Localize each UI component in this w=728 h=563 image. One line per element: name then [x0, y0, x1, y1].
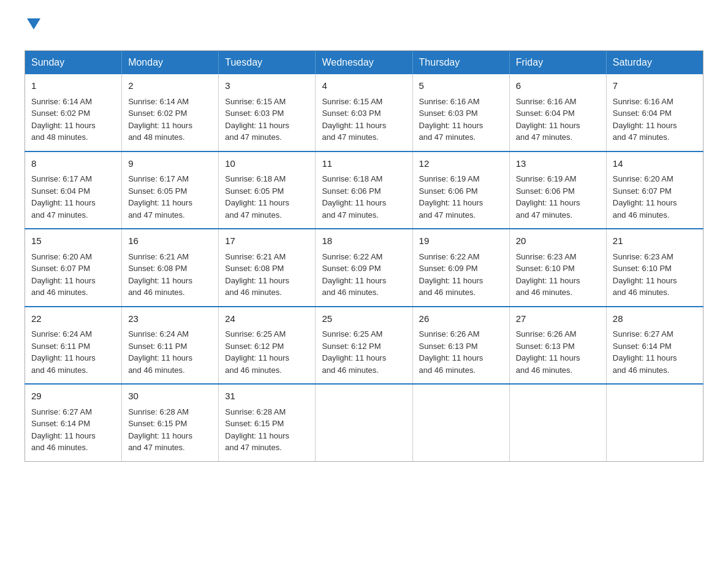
calendar-cell: 19 Sunrise: 6:22 AMSunset: 6:09 PMDaylig… — [412, 229, 509, 307]
calendar-cell: 16 Sunrise: 6:21 AMSunset: 6:08 PMDaylig… — [122, 229, 219, 307]
calendar-cell: 12 Sunrise: 6:19 AMSunset: 6:06 PMDaylig… — [412, 151, 509, 229]
day-info: Sunrise: 6:18 AMSunset: 6:06 PMDaylight:… — [322, 173, 406, 221]
day-number: 2 — [128, 79, 212, 93]
calendar-cell: 2 Sunrise: 6:14 AMSunset: 6:02 PMDayligh… — [122, 74, 219, 151]
day-number: 9 — [128, 157, 212, 171]
day-info: Sunrise: 6:20 AMSunset: 6:07 PMDaylight:… — [31, 251, 115, 299]
calendar-week-row-1: 1 Sunrise: 6:14 AMSunset: 6:02 PMDayligh… — [25, 74, 703, 151]
calendar-cell: 7 Sunrise: 6:16 AMSunset: 6:04 PMDayligh… — [606, 74, 703, 151]
day-info: Sunrise: 6:21 AMSunset: 6:08 PMDaylight:… — [128, 251, 212, 299]
day-number: 31 — [225, 389, 309, 404]
day-info: Sunrise: 6:18 AMSunset: 6:05 PMDaylight:… — [225, 173, 309, 221]
calendar-cell: 5 Sunrise: 6:16 AMSunset: 6:03 PMDayligh… — [412, 74, 509, 151]
calendar-cell: 14 Sunrise: 6:20 AMSunset: 6:07 PMDaylig… — [606, 151, 703, 229]
calendar-cell: 6 Sunrise: 6:16 AMSunset: 6:04 PMDayligh… — [509, 74, 606, 151]
day-info: Sunrise: 6:15 AMSunset: 6:03 PMDaylight:… — [225, 96, 309, 144]
calendar-cell: 3 Sunrise: 6:15 AMSunset: 6:03 PMDayligh… — [219, 74, 316, 151]
calendar-cell: 29 Sunrise: 6:27 AMSunset: 6:14 PMDaylig… — [25, 384, 122, 461]
day-number: 20 — [516, 234, 600, 248]
day-number: 7 — [613, 79, 697, 93]
calendar-cell: 18 Sunrise: 6:22 AMSunset: 6:09 PMDaylig… — [316, 229, 412, 307]
calendar-week-row-3: 15 Sunrise: 6:20 AMSunset: 6:07 PMDaylig… — [25, 229, 703, 307]
calendar-cell: 4 Sunrise: 6:15 AMSunset: 6:03 PMDayligh… — [316, 74, 412, 151]
calendar-cell: 1 Sunrise: 6:14 AMSunset: 6:02 PMDayligh… — [25, 74, 122, 151]
weekday-header-thursday: Thursday — [412, 51, 509, 75]
weekday-header-sunday: Sunday — [25, 51, 122, 75]
day-info: Sunrise: 6:15 AMSunset: 6:03 PMDaylight:… — [322, 96, 406, 144]
page-header — [25, 18, 703, 38]
calendar-cell: 8 Sunrise: 6:17 AMSunset: 6:04 PMDayligh… — [25, 151, 122, 229]
day-info: Sunrise: 6:27 AMSunset: 6:14 PMDaylight:… — [31, 406, 115, 454]
day-number: 16 — [128, 234, 212, 248]
day-info: Sunrise: 6:16 AMSunset: 6:04 PMDaylight:… — [516, 96, 600, 144]
day-number: 29 — [31, 389, 115, 404]
day-number: 30 — [128, 389, 212, 404]
calendar-cell: 24 Sunrise: 6:25 AMSunset: 6:12 PMDaylig… — [219, 307, 316, 385]
calendar-cell: 20 Sunrise: 6:23 AMSunset: 6:10 PMDaylig… — [509, 229, 606, 307]
calendar-table: SundayMondayTuesdayWednesdayThursdayFrid… — [25, 50, 703, 462]
day-number: 14 — [613, 157, 697, 171]
day-info: Sunrise: 6:22 AMSunset: 6:09 PMDaylight:… — [322, 251, 406, 299]
day-number: 28 — [613, 312, 697, 326]
calendar-cell: 22 Sunrise: 6:24 AMSunset: 6:11 PMDaylig… — [25, 307, 122, 385]
day-info: Sunrise: 6:19 AMSunset: 6:06 PMDaylight:… — [419, 173, 503, 221]
day-info: Sunrise: 6:14 AMSunset: 6:02 PMDaylight:… — [31, 96, 115, 144]
calendar-cell: 10 Sunrise: 6:18 AMSunset: 6:05 PMDaylig… — [219, 151, 316, 229]
day-info: Sunrise: 6:26 AMSunset: 6:13 PMDaylight:… — [516, 328, 600, 376]
day-info: Sunrise: 6:16 AMSunset: 6:03 PMDaylight:… — [419, 96, 503, 144]
calendar-cell: 11 Sunrise: 6:18 AMSunset: 6:06 PMDaylig… — [316, 151, 412, 229]
calendar-cell: 26 Sunrise: 6:26 AMSunset: 6:13 PMDaylig… — [412, 307, 509, 385]
weekday-header-monday: Monday — [122, 51, 219, 75]
weekday-header-row: SundayMondayTuesdayWednesdayThursdayFrid… — [25, 51, 703, 75]
day-number: 13 — [516, 157, 600, 171]
day-number: 26 — [419, 312, 503, 326]
calendar-cell — [509, 384, 606, 461]
day-info: Sunrise: 6:23 AMSunset: 6:10 PMDaylight:… — [516, 251, 600, 299]
calendar-cell: 28 Sunrise: 6:27 AMSunset: 6:14 PMDaylig… — [606, 307, 703, 385]
day-number: 17 — [225, 234, 309, 248]
calendar-cell — [412, 384, 509, 461]
calendar-cell: 27 Sunrise: 6:26 AMSunset: 6:13 PMDaylig… — [509, 307, 606, 385]
day-number: 27 — [516, 312, 600, 326]
day-number: 19 — [419, 234, 503, 248]
calendar-cell — [316, 384, 412, 461]
day-info: Sunrise: 6:22 AMSunset: 6:09 PMDaylight:… — [419, 251, 503, 299]
day-number: 10 — [225, 157, 309, 171]
day-info: Sunrise: 6:21 AMSunset: 6:08 PMDaylight:… — [225, 251, 309, 299]
calendar-week-row-4: 22 Sunrise: 6:24 AMSunset: 6:11 PMDaylig… — [25, 307, 703, 385]
day-info: Sunrise: 6:14 AMSunset: 6:02 PMDaylight:… — [128, 96, 212, 144]
day-info: Sunrise: 6:25 AMSunset: 6:12 PMDaylight:… — [322, 328, 406, 376]
day-info: Sunrise: 6:17 AMSunset: 6:04 PMDaylight:… — [31, 173, 115, 221]
calendar-cell: 9 Sunrise: 6:17 AMSunset: 6:05 PMDayligh… — [122, 151, 219, 229]
day-info: Sunrise: 6:24 AMSunset: 6:11 PMDaylight:… — [31, 328, 115, 376]
calendar-week-row-2: 8 Sunrise: 6:17 AMSunset: 6:04 PMDayligh… — [25, 151, 703, 229]
day-info: Sunrise: 6:25 AMSunset: 6:12 PMDaylight:… — [225, 328, 309, 376]
day-number: 4 — [322, 79, 406, 93]
day-number: 18 — [322, 234, 406, 248]
day-info: Sunrise: 6:17 AMSunset: 6:05 PMDaylight:… — [128, 173, 212, 221]
day-number: 22 — [31, 312, 115, 326]
day-info: Sunrise: 6:20 AMSunset: 6:07 PMDaylight:… — [613, 173, 697, 221]
svg-marker-0 — [27, 18, 40, 29]
day-info: Sunrise: 6:28 AMSunset: 6:15 PMDaylight:… — [128, 406, 212, 454]
day-info: Sunrise: 6:16 AMSunset: 6:04 PMDaylight:… — [613, 96, 697, 144]
calendar-cell: 30 Sunrise: 6:28 AMSunset: 6:15 PMDaylig… — [122, 384, 219, 461]
calendar-cell: 15 Sunrise: 6:20 AMSunset: 6:07 PMDaylig… — [25, 229, 122, 307]
logo — [25, 18, 40, 38]
weekday-header-friday: Friday — [509, 51, 606, 75]
day-info: Sunrise: 6:24 AMSunset: 6:11 PMDaylight:… — [128, 328, 212, 376]
calendar-cell: 31 Sunrise: 6:28 AMSunset: 6:15 PMDaylig… — [219, 384, 316, 461]
weekday-header-wednesday: Wednesday — [316, 51, 412, 75]
day-number: 24 — [225, 312, 309, 326]
weekday-header-tuesday: Tuesday — [219, 51, 316, 75]
calendar-week-row-5: 29 Sunrise: 6:27 AMSunset: 6:14 PMDaylig… — [25, 384, 703, 461]
day-info: Sunrise: 6:19 AMSunset: 6:06 PMDaylight:… — [516, 173, 600, 221]
day-number: 3 — [225, 79, 309, 93]
day-number: 11 — [322, 157, 406, 171]
day-number: 8 — [31, 157, 115, 171]
day-info: Sunrise: 6:27 AMSunset: 6:14 PMDaylight:… — [613, 328, 697, 376]
day-number: 23 — [128, 312, 212, 326]
calendar-cell: 21 Sunrise: 6:23 AMSunset: 6:10 PMDaylig… — [606, 229, 703, 307]
calendar-cell: 13 Sunrise: 6:19 AMSunset: 6:06 PMDaylig… — [509, 151, 606, 229]
day-number: 21 — [613, 234, 697, 248]
